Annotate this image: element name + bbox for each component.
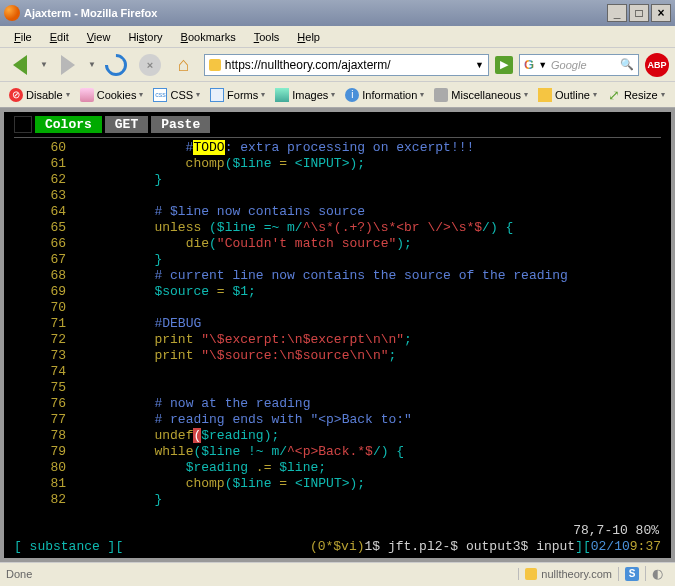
- status-text: Done: [6, 568, 32, 580]
- tab-get[interactable]: GET: [105, 116, 148, 133]
- tab-blank[interactable]: [14, 116, 32, 133]
- reload-icon: [100, 49, 131, 80]
- home-icon: ⌂: [178, 53, 190, 76]
- menu-bar: File Edit View History Bookmarks Tools H…: [0, 26, 675, 48]
- menu-tools[interactable]: Tools: [246, 29, 288, 45]
- outline-icon: [538, 88, 552, 102]
- back-button[interactable]: [6, 51, 34, 79]
- menu-view[interactable]: View: [79, 29, 119, 45]
- dev-resize[interactable]: ⤢Resize▾: [604, 87, 668, 103]
- terminal[interactable]: Colors GET Paste 60 #TODO: extra process…: [4, 112, 671, 558]
- misc-icon: [434, 88, 448, 102]
- dev-outline[interactable]: Outline▾: [535, 87, 600, 103]
- ajaxterm-tabs: Colors GET Paste: [14, 116, 661, 133]
- lock-icon: [525, 568, 537, 580]
- status-bar: Done nulltheory.com S ◐: [0, 562, 675, 584]
- vim-status: 78,7-10 80%: [573, 523, 659, 538]
- code-area[interactable]: 60 #TODO: extra processing on excerpt!!!…: [14, 140, 661, 508]
- content-frame: Colors GET Paste 60 #TODO: extra process…: [0, 108, 675, 562]
- reload-button[interactable]: [102, 51, 130, 79]
- minimize-button[interactable]: _: [607, 4, 627, 22]
- maximize-button[interactable]: □: [629, 4, 649, 22]
- google-icon: G: [524, 57, 534, 72]
- menu-bookmarks[interactable]: Bookmarks: [173, 29, 244, 45]
- menu-edit[interactable]: Edit: [42, 29, 77, 45]
- disable-icon: ⊘: [9, 88, 23, 102]
- screen-status: [ substance ][ (0*$vi) 1$ jft.pl 2-$ out…: [14, 539, 661, 554]
- url-text[interactable]: https://nulltheory.com/ajaxterm/: [225, 58, 471, 72]
- forward-button[interactable]: [54, 51, 82, 79]
- window-title: Ajaxterm - Mozilla Firefox: [24, 7, 607, 19]
- forms-icon: [210, 88, 224, 102]
- stop-button[interactable]: ×: [136, 51, 164, 79]
- adblock-icon[interactable]: ABP: [645, 53, 669, 77]
- forward-arrow-icon: [61, 55, 75, 75]
- back-dropdown-icon[interactable]: ▼: [40, 60, 48, 69]
- info-icon: i: [345, 88, 359, 102]
- dev-cookies[interactable]: Cookies▾: [77, 87, 147, 103]
- s-icon[interactable]: S: [625, 567, 639, 581]
- resize-icon: ⤢: [607, 88, 621, 102]
- dev-images[interactable]: Images▾: [272, 87, 338, 103]
- search-icon[interactable]: 🔍: [620, 58, 634, 71]
- lock-icon: [209, 59, 221, 71]
- noscript-icon[interactable]: ◐: [652, 566, 663, 581]
- home-button[interactable]: ⌂: [170, 51, 198, 79]
- dev-css[interactable]: cssCSS▾: [150, 87, 203, 103]
- tab-colors[interactable]: Colors: [35, 116, 102, 133]
- back-arrow-icon: [13, 55, 27, 75]
- menu-help[interactable]: Help: [289, 29, 328, 45]
- nav-toolbar: ▼ ▼ × ⌂ https://nulltheory.com/ajaxterm/…: [0, 48, 675, 82]
- url-dropdown-icon[interactable]: ▼: [475, 60, 484, 70]
- search-engine-dropdown-icon[interactable]: ▼: [538, 60, 547, 70]
- menu-history[interactable]: History: [120, 29, 170, 45]
- search-box[interactable]: G ▼ Google 🔍: [519, 54, 639, 76]
- images-icon: [275, 88, 289, 102]
- close-button[interactable]: ×: [651, 4, 671, 22]
- firefox-icon: [4, 5, 20, 21]
- status-host: nulltheory.com: [518, 568, 618, 580]
- dev-miscellaneous[interactable]: Miscellaneous▾: [431, 87, 531, 103]
- dev-information[interactable]: iInformation▾: [342, 87, 427, 103]
- forward-dropdown-icon[interactable]: ▼: [88, 60, 96, 69]
- go-button[interactable]: ▶: [495, 56, 513, 74]
- dev-forms[interactable]: Forms▾: [207, 87, 268, 103]
- webdev-toolbar: ⊘Disable▾ Cookies▾ cssCSS▾ Forms▾ Images…: [0, 82, 675, 108]
- css-icon: css: [153, 88, 167, 102]
- url-bar[interactable]: https://nulltheory.com/ajaxterm/ ▼: [204, 54, 489, 76]
- dev-disable[interactable]: ⊘Disable▾: [6, 87, 73, 103]
- search-placeholder: Google: [551, 59, 616, 71]
- tab-paste[interactable]: Paste: [151, 116, 210, 133]
- cookies-icon: [80, 88, 94, 102]
- stop-icon: ×: [139, 54, 161, 76]
- window-titlebar: Ajaxterm - Mozilla Firefox _ □ ×: [0, 0, 675, 26]
- menu-file[interactable]: File: [6, 29, 40, 45]
